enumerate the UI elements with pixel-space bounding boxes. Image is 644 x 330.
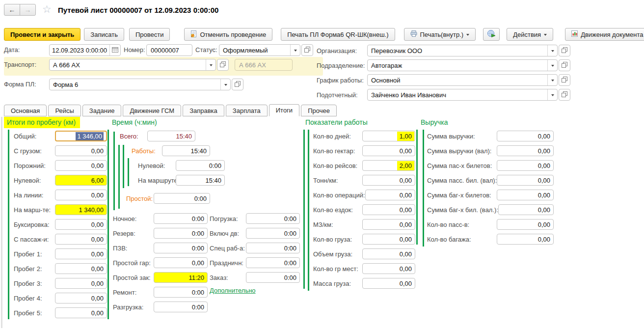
numeric-field[interactable]: 0,00 bbox=[55, 234, 107, 245]
print-internal-button[interactable]: Печать(внутр.) bbox=[404, 28, 476, 41]
open-button[interactable] bbox=[559, 45, 570, 56]
header-right-fields: Организация: Перевозчик ООО Подразделени… bbox=[317, 43, 570, 102]
transport-combo[interactable]: А 666 АХ bbox=[49, 59, 216, 71]
numeric-field[interactable]: 0,00 bbox=[497, 175, 554, 186]
numeric-field[interactable]: 6,00 bbox=[55, 175, 107, 186]
mileage-row: С грузом: 0,00 bbox=[4, 143, 107, 158]
chevron-down-icon[interactable] bbox=[220, 79, 230, 90]
numeric-field[interactable]: 0,00 bbox=[55, 278, 107, 289]
combo-field[interactable]: Зайченко Иван Иванович bbox=[367, 89, 558, 101]
numeric-field[interactable]: 0,00 bbox=[55, 263, 107, 274]
numeric-field[interactable]: 1 340,00 bbox=[55, 204, 107, 215]
forward-button[interactable]: → bbox=[20, 4, 36, 16]
numeric-field[interactable]: 0,00 bbox=[362, 248, 415, 259]
tab[interactable]: Задание bbox=[82, 105, 122, 116]
print-external-button[interactable]: Печать ПЛ Форма6 QR-ШК(внеш.) bbox=[281, 28, 395, 41]
numeric-field[interactable]: 0,00 bbox=[497, 145, 554, 156]
combo-field[interactable]: Автогараж bbox=[367, 59, 558, 71]
more-link[interactable]: Дополнительно bbox=[210, 287, 256, 294]
numeric-field[interactable]: 0:00 bbox=[246, 228, 300, 239]
numeric-field[interactable]: 0,00 bbox=[497, 234, 554, 245]
form-combo[interactable]: Форма 6 bbox=[49, 79, 231, 90]
numeric-field[interactable]: 0,00 bbox=[497, 219, 554, 230]
time-idle-field[interactable]: 0:00 bbox=[154, 193, 210, 204]
numeric-field[interactable]: 0,00 bbox=[362, 204, 415, 215]
tab[interactable]: Движение ГСМ bbox=[123, 105, 181, 116]
numeric-field[interactable]: 0:00 bbox=[246, 243, 300, 253]
numeric-field[interactable]: 0,00 bbox=[365, 190, 415, 200]
numeric-field[interactable]: 0,00 bbox=[362, 175, 415, 186]
field-label: МЗ/км: bbox=[313, 221, 333, 228]
cancel-posting-button[interactable]: Отменить проведение bbox=[184, 28, 272, 41]
open-button[interactable] bbox=[559, 59, 570, 71]
status-combo[interactable]: Оформляемый bbox=[219, 44, 300, 56]
time-work-field[interactable]: 15:40 bbox=[162, 145, 210, 156]
numeric-field[interactable]: 0:00 bbox=[154, 228, 208, 239]
chevron-down-icon[interactable] bbox=[547, 75, 557, 85]
numeric-field[interactable]: 2,00 bbox=[362, 160, 415, 171]
open-button[interactable] bbox=[559, 89, 570, 101]
numeric-field[interactable]: 0:00 bbox=[246, 213, 300, 224]
numeric-field[interactable]: 0,00 bbox=[362, 278, 415, 289]
numeric-field[interactable]: 0,00 bbox=[497, 190, 554, 200]
numeric-field[interactable]: 0,00 bbox=[362, 234, 415, 245]
numeric-field[interactable]: 0,00 bbox=[55, 293, 107, 303]
numeric-field[interactable]: 0,00 bbox=[55, 219, 107, 230]
tab[interactable]: Итоги bbox=[269, 104, 299, 116]
number-field[interactable]: 00000007 bbox=[146, 44, 192, 56]
numeric-field[interactable]: 0:00 bbox=[246, 257, 300, 268]
numeric-field[interactable]: 11:20 bbox=[154, 272, 208, 283]
chevron-down-icon[interactable] bbox=[547, 89, 557, 100]
numeric-field[interactable]: 0,00 bbox=[362, 219, 415, 230]
numeric-field[interactable]: 0,00 bbox=[498, 204, 554, 215]
document-movements-button[interactable]: Движения документа bbox=[565, 28, 644, 41]
post-and-close-button[interactable]: Провести и закрыть bbox=[4, 28, 80, 41]
time-route-field[interactable]: 15:40 bbox=[176, 175, 225, 186]
numeric-field[interactable]: 0:00 bbox=[246, 272, 300, 283]
time-zero-field[interactable]: 0:00 bbox=[176, 160, 225, 171]
field-label: Буксировка: bbox=[14, 221, 50, 228]
chevron-down-icon[interactable] bbox=[290, 45, 300, 55]
calendar-button[interactable] bbox=[109, 45, 120, 55]
numeric-field[interactable]: 0,00 bbox=[362, 263, 415, 274]
chevron-down-icon[interactable] bbox=[206, 59, 215, 70]
tab[interactable]: Заправка bbox=[183, 105, 224, 116]
numeric-field[interactable]: 0:00 bbox=[154, 243, 208, 253]
tab[interactable]: Зарплата bbox=[226, 105, 268, 116]
form-open-button[interactable] bbox=[232, 79, 243, 90]
open-button[interactable] bbox=[559, 74, 570, 86]
numeric-field[interactable]: 0,00 bbox=[497, 131, 554, 141]
numeric-field[interactable]: 0,00 bbox=[55, 160, 107, 171]
favorite-star-icon[interactable]: ☆ bbox=[42, 3, 52, 15]
numeric-field[interactable]: 1 346,00 bbox=[55, 131, 107, 141]
numeric-field[interactable]: 0,00 bbox=[55, 307, 107, 318]
numeric-field[interactable]: 0,00 bbox=[497, 160, 554, 171]
combo-field[interactable]: Перевозчик ООО bbox=[367, 45, 558, 56]
tab[interactable]: Основная bbox=[4, 105, 47, 116]
actions-button[interactable]: Действия bbox=[507, 28, 553, 41]
numeric-field[interactable]: 0,00 bbox=[55, 248, 107, 259]
numeric-field[interactable]: 0,00 bbox=[55, 190, 107, 200]
combo-field[interactable]: Основной bbox=[367, 74, 558, 86]
status-open-button[interactable] bbox=[301, 44, 313, 56]
numeric-field[interactable]: 0,00 bbox=[55, 145, 107, 156]
performance-row: Кол-во ездок: 0,00 bbox=[305, 202, 416, 217]
tab[interactable]: Прочее bbox=[301, 105, 337, 116]
date-field[interactable]: 12.09.2023 0:00:00 bbox=[49, 44, 121, 56]
numeric-field[interactable]: 0:00 bbox=[154, 213, 208, 224]
numeric-field[interactable]: 0:00 bbox=[154, 302, 208, 312]
chevron-down-icon[interactable] bbox=[547, 60, 557, 71]
save-button[interactable]: Записать bbox=[84, 28, 124, 41]
related-documents-button[interactable] bbox=[483, 28, 500, 41]
time-row: Погрузка: 0:00 bbox=[209, 211, 301, 226]
numeric-field[interactable]: 0,00 bbox=[362, 145, 415, 156]
numeric-field[interactable]: 0:00 bbox=[154, 287, 208, 298]
back-button[interactable]: ← bbox=[4, 4, 20, 16]
numeric-field[interactable]: 1,00 bbox=[362, 131, 415, 141]
time-total-field[interactable]: 15:40 bbox=[147, 131, 195, 141]
transport-open-button[interactable] bbox=[217, 59, 229, 71]
tab[interactable]: Рейсы bbox=[48, 105, 80, 116]
numeric-field[interactable]: 0,00 bbox=[154, 257, 208, 268]
chevron-down-icon[interactable] bbox=[547, 45, 557, 56]
post-button[interactable]: Провести bbox=[129, 28, 170, 41]
